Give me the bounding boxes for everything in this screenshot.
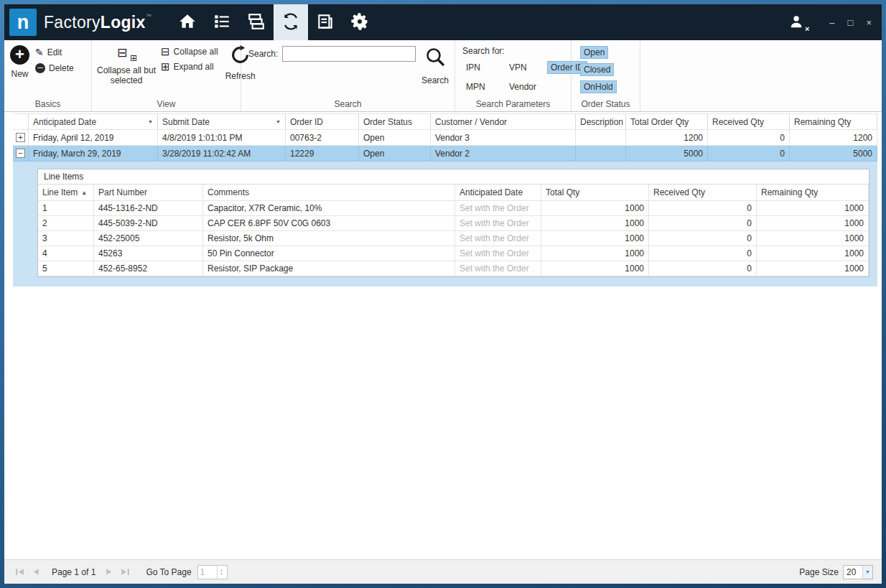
expand-all-icon: ⊞ [161,62,170,72]
next-page-button[interactable] [103,566,116,579]
column-header-part-number[interactable]: Part Number [94,185,203,201]
delete-button[interactable]: – Delete [35,63,74,73]
line-items-caption: Line Items [38,169,869,185]
app-logo-letter: n [17,11,29,34]
new-button[interactable]: + New [10,40,29,98]
order-row-12229-selected[interactable]: − Friday, March 29, 2019 3/28/2019 11:02… [13,146,877,162]
column-header-order-id[interactable]: Order ID [286,113,359,130]
search-button[interactable]: Search [421,46,449,85]
goto-page-spinner: ▲▼ [197,565,228,579]
nav-settings[interactable] [342,4,377,40]
ribbon-group-basics: + New ✎ Edit – Delete Basics [4,40,92,111]
column-header-li-remaining-qty[interactable]: Remaining Qty [757,185,869,201]
order-status-group-label: Order Status [572,98,640,111]
line-item-row[interactable]: 4 45263 50 Pin Connector Set with the Or… [38,246,869,261]
page-size-value: 20 [844,567,862,577]
expand-row-button[interactable]: + [16,133,25,142]
edit-button-label: Edit [47,47,62,57]
column-header-li-received-qty[interactable]: Received Qty [649,185,757,201]
param-ipn[interactable]: IPN [462,61,484,74]
edit-pencil-icon: ✎ [35,47,44,58]
collapse-all-but-selected-label: Collapse all but selected [96,65,157,86]
app-logo: n [9,9,37,36]
cell-submit-date: 4/8/2019 1:01:01 PM [158,130,286,146]
last-page-button[interactable] [118,566,131,579]
cell-anticipated-date: Friday, April 12, 2019 [29,130,158,146]
report-icon [316,12,335,33]
user-icon [789,22,805,32]
search-input[interactable] [282,46,416,62]
line-item-row[interactable]: 3 452-25005 Resistor, 5k Ohm Set with th… [38,231,869,246]
first-page-button[interactable] [13,566,26,579]
cell-description [576,146,626,162]
search-for-label: Search for: [462,46,564,56]
minimize-button[interactable]: – [829,18,834,27]
brand-text: FactoryLogix™ [44,13,151,32]
collapse-all-button[interactable]: ⊟ Collapse all [161,47,218,57]
edit-button[interactable]: ✎ Edit [35,47,74,58]
user-logout-button[interactable]: × [789,14,805,32]
cell-order-status: Open [359,130,431,146]
trademark-symbol: ™ [146,13,151,19]
column-header-remaining-qty[interactable]: Remaining Qty [790,113,877,130]
column-header-anticipated-date[interactable]: Anticipated Date ▼ [29,113,158,130]
prev-page-button[interactable] [29,566,42,579]
column-header-received-qty[interactable]: Received Qty [708,113,790,130]
collapse-all-label: Collapse all [174,47,218,57]
line-item-row[interactable]: 5 452-65-8952 Resistor, SIP Package Set … [38,261,869,276]
application-window: n FactoryLogix™ [4,4,882,584]
logout-x-icon: × [805,24,809,33]
brand-primary: Factory [44,13,101,32]
status-open-toggle[interactable]: Open [580,46,608,59]
cell-anticipated-date: Friday, March 29, 2019 [29,146,158,162]
cell-order-status: Open [359,146,431,162]
filter-dropdown-icon[interactable]: ▼ [145,119,153,124]
expand-all-button[interactable]: ⊞ Expand all [161,62,218,72]
maximize-button[interactable]: □ [848,18,854,27]
param-mpn[interactable]: MPN [462,80,489,93]
cell-order-id: 00763-2 [286,130,359,146]
param-vendor[interactable]: Vendor [505,80,540,93]
page-size-control: Page Size 20 ▼ [799,565,873,579]
delete-button-label: Delete [49,63,74,73]
column-header-comments[interactable]: Comments [203,185,455,201]
goto-page-input[interactable] [198,566,217,579]
collapse-row-button[interactable]: − [16,149,25,158]
nav-reports[interactable] [308,4,342,40]
column-header-total-order-qty[interactable]: Total Order Qty [626,113,708,130]
status-closed-toggle[interactable]: Closed [580,63,614,76]
collapse-all-but-selected-button[interactable]: ⊟ ⊞ Collapse all but selected [96,40,157,98]
collapse-but-selected-icon: ⊟ ⊞ [117,45,136,61]
nav-materials[interactable] [239,4,274,40]
search-parameters-group-label: Search Parameters [455,98,571,111]
line-item-row[interactable]: 1 445-1316-2-ND Capacitor, X7R Ceramic, … [38,201,869,216]
filter-dropdown-icon[interactable]: ▼ [273,119,281,124]
home-icon [178,12,197,33]
column-header-li-anticipated-date[interactable]: Anticipated Date [455,185,541,201]
spinner-arrows-icon[interactable]: ▲▼ [217,566,226,579]
page-size-select[interactable]: 20 ▼ [843,565,873,579]
cell-total-order-qty: 1200 [626,130,708,146]
status-onhold-toggle[interactable]: OnHold [580,80,617,93]
column-header-description[interactable]: Description [576,113,626,130]
column-header-customer-vendor[interactable]: Customer / Vendor [431,113,576,130]
main-navigation [170,4,377,40]
column-header-total-qty[interactable]: Total Qty [541,185,649,201]
checklist-icon [213,12,231,33]
column-header-line-item[interactable]: Line Item ▲ [38,185,94,201]
close-button[interactable]: × [866,18,872,27]
nav-receiving-active[interactable] [274,4,308,40]
search-group-label: Search [241,98,454,111]
titlebar-right: × – □ × [789,14,882,32]
param-vpn[interactable]: VPN [505,61,531,74]
stacked-sheets-icon [247,12,266,33]
order-row-00763-2[interactable]: + Friday, April 12, 2019 4/8/2019 1:01:0… [13,130,877,146]
nav-work-orders[interactable] [205,4,239,40]
column-header-submit-date[interactable]: Submit Date ▼ [158,113,286,130]
line-item-row[interactable]: 2 445-5039-2-ND CAP CER 6.8PF 50V C0G 06… [38,216,869,231]
column-header-order-status[interactable]: Order Status [359,113,431,130]
cell-customer-vendor: Vendor 3 [431,130,576,146]
brand-secondary: Logix [101,13,146,32]
nav-home[interactable] [170,4,205,40]
view-group-label: View [92,98,241,111]
